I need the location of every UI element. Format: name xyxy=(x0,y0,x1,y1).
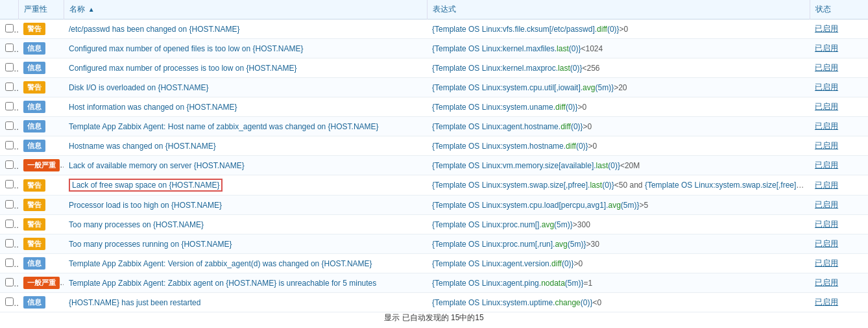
row-checkbox[interactable] xyxy=(5,44,14,52)
status-link[interactable]: 已启用 xyxy=(815,102,838,111)
severity-cell: 信息 xyxy=(18,136,64,156)
header-name[interactable]: 名称 ▲ xyxy=(64,0,427,19)
expr-func: diff xyxy=(597,25,607,34)
row-checkbox[interactable] xyxy=(5,259,14,267)
trigger-name-link[interactable]: Processor load is too high on {HOST.NAME… xyxy=(69,201,222,210)
trigger-name-link[interactable]: Host information was changed on {HOST.NA… xyxy=(69,103,237,112)
expr-func: diff xyxy=(566,142,576,151)
severity-cell: 一般严重 xyxy=(18,156,64,175)
expr-object: {Template OS Linux:system.cpu.load[percp… xyxy=(432,201,640,210)
severity-cell: 信息 xyxy=(18,97,64,117)
expression-cell: {Template OS Linux:agent.version.diff(0)… xyxy=(427,254,810,273)
severity-cell: 警告 xyxy=(18,196,64,215)
trigger-name-link[interactable]: /etc/passwd has been changed on {HOST.NA… xyxy=(69,25,240,34)
expr-func: avg xyxy=(583,83,595,92)
severity-cell: 警告 xyxy=(18,234,64,254)
row-checkbox[interactable] xyxy=(5,63,14,71)
name-cell: Lack of available memory on server {HOST… xyxy=(64,156,427,175)
row-checkbox[interactable] xyxy=(5,141,14,149)
expr-object: {Template OS Linux:agent.version.diff(0)… xyxy=(432,259,574,268)
status-link[interactable]: 已启用 xyxy=(815,278,838,287)
expr-object: {Template OS Linux:system.swap.size[,fre… xyxy=(645,181,810,190)
expression-cell: {Template OS Linux:system.hostname.diff(… xyxy=(427,136,810,156)
trigger-name-link[interactable]: Disk I/O is overloaded on {HOST.NAME} xyxy=(69,83,208,92)
expr-func: avg xyxy=(608,201,620,210)
status-link[interactable]: 已启用 xyxy=(815,200,838,209)
row-checkbox[interactable] xyxy=(5,278,14,286)
status-link[interactable]: 已启用 xyxy=(815,239,838,248)
row-checkbox[interactable] xyxy=(5,82,14,91)
row-checkbox[interactable] xyxy=(5,220,14,228)
expression-text: {Template OS Linux:vfs.file.cksum[/etc/p… xyxy=(432,25,628,34)
status-link[interactable]: 已启用 xyxy=(815,141,838,150)
highlighted-name-wrapper: Lack of free swap space on {HOST.NAME} xyxy=(69,179,223,192)
status-cell: 已启用 xyxy=(810,254,868,273)
status-link[interactable]: 已启用 xyxy=(815,220,838,229)
row-checkbox[interactable] xyxy=(5,297,14,306)
severity-badge: 警告 xyxy=(23,218,45,231)
expr-object: {Template OS Linux:proc.num[].avg(5m)} xyxy=(432,220,573,229)
trigger-name-link[interactable]: Lack of free swap space on {HOST.NAME} xyxy=(72,181,219,190)
status-link[interactable]: 已启用 xyxy=(815,297,838,307)
footer-row: 显示 已自动发现的 15中的15 xyxy=(0,312,868,324)
status-cell: 已启用 xyxy=(810,293,868,312)
row-checkbox-cell xyxy=(0,78,18,97)
expression-cell: {Template OS Linux:system.uname.diff(0)}… xyxy=(427,97,810,117)
trigger-name-link[interactable]: Configured max number of opened files is… xyxy=(69,44,304,53)
trigger-name-link[interactable]: Configured max number of processes is to… xyxy=(69,64,297,73)
name-cell: Too many processes running on {HOST.NAME… xyxy=(64,234,427,254)
severity-cell: 信息 xyxy=(18,293,64,312)
expr-func: avg xyxy=(542,220,554,229)
status-cell: 已启用 xyxy=(810,196,868,215)
status-link[interactable]: 已启用 xyxy=(815,24,838,33)
trigger-name-link[interactable]: Too many processes on {HOST.NAME} xyxy=(69,220,204,229)
expression-text: {Template OS Linux:system.cpu.load[percp… xyxy=(432,201,648,210)
row-checkbox[interactable] xyxy=(5,160,14,169)
trigger-name-link[interactable]: Template App Zabbix Agent: Host name of … xyxy=(69,122,379,131)
severity-badge: 信息 xyxy=(23,257,45,270)
severity-cell: 警告 xyxy=(18,215,64,234)
table-row: 一般严重Lack of available memory on server {… xyxy=(0,156,868,175)
trigger-name-link[interactable]: Template App Zabbix Agent: Zabbix agent … xyxy=(69,279,376,288)
status-link[interactable]: 已启用 xyxy=(815,121,838,131)
status-link[interactable]: 已启用 xyxy=(815,259,838,268)
expr-func: last xyxy=(799,181,810,190)
expression-text: {Template OS Linux:system.hostname.diff(… xyxy=(432,142,597,151)
table-row: 警告Processor load is too high on {HOST.NA… xyxy=(0,196,868,215)
expr-object: {Template OS Linux:system.uname.diff(0)} xyxy=(432,103,578,112)
status-link[interactable]: 已启用 xyxy=(815,181,838,190)
row-checkbox-cell xyxy=(0,97,18,117)
table-row: 信息Configured max number of processes is … xyxy=(0,58,868,78)
header-status: 状态 xyxy=(810,0,868,19)
status-link[interactable]: 已启用 xyxy=(815,63,838,72)
expr-object: {Template OS Linux:system.cpu.util[,iowa… xyxy=(432,83,614,92)
row-checkbox-cell xyxy=(0,19,18,39)
trigger-name-link[interactable]: Too many processes running on {HOST.NAME… xyxy=(69,240,232,249)
row-checkbox[interactable] xyxy=(5,200,14,208)
trigger-name-link[interactable]: Hostname was changed on {HOST.NAME} xyxy=(69,142,216,151)
expression-text: {Template OS Linux:system.cpu.util[,iowa… xyxy=(432,83,627,92)
name-cell: Template App Zabbix Agent: Zabbix agent … xyxy=(64,273,427,293)
row-checkbox[interactable] xyxy=(5,24,14,32)
status-link[interactable]: 已启用 xyxy=(815,160,838,170)
severity-cell: 信息 xyxy=(18,117,64,136)
expr-object: {Template OS Linux:agent.ping.nodata(5m)… xyxy=(432,279,584,288)
trigger-name-link[interactable]: {HOST.NAME} has just been restarted xyxy=(69,298,200,307)
expr-func: diff xyxy=(551,259,562,268)
name-cell: Disk I/O is overloaded on {HOST.NAME} xyxy=(64,78,427,97)
row-checkbox[interactable] xyxy=(5,102,14,110)
name-cell: Configured max number of processes is to… xyxy=(64,58,427,78)
row-checkbox[interactable] xyxy=(5,180,14,188)
expression-cell: {Template OS Linux:system.cpu.load[percp… xyxy=(427,196,810,215)
status-link[interactable]: 已启用 xyxy=(815,44,838,53)
row-checkbox[interactable] xyxy=(5,239,14,247)
expr-func: change xyxy=(555,298,580,307)
triggers-table: 严重性 名称 ▲ 表达式 状态 警告/etc/passwd has been c… xyxy=(0,0,868,323)
status-link[interactable]: 已启用 xyxy=(815,82,838,92)
expr-func: last xyxy=(590,181,602,190)
trigger-name-link[interactable]: Lack of available memory on server {HOST… xyxy=(69,161,245,170)
trigger-name-link[interactable]: Template App Zabbix Agent: Version of za… xyxy=(69,259,372,268)
expression-text: {Template OS Linux:agent.version.diff(0)… xyxy=(432,259,583,268)
expression-cell: {Template OS Linux:system.uptime.change(… xyxy=(427,293,810,312)
row-checkbox[interactable] xyxy=(5,121,14,130)
